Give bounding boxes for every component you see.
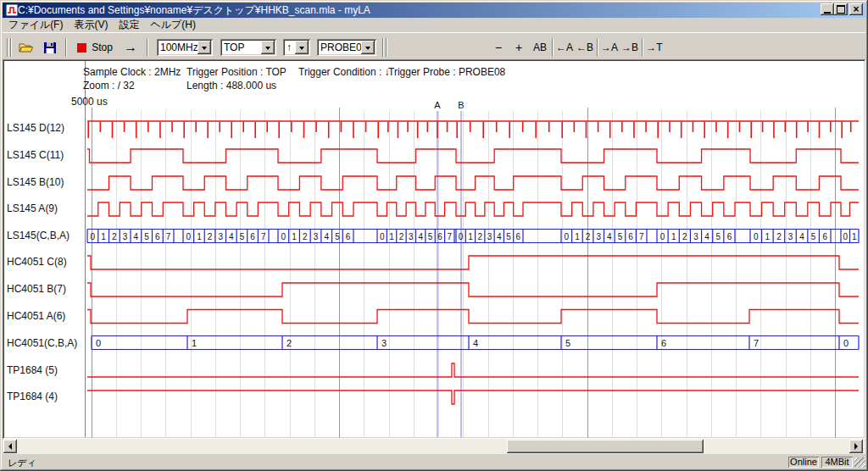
chevron-down-icon	[202, 47, 207, 53]
stop-icon	[77, 43, 86, 53]
toolbar-grip	[10, 38, 12, 57]
minimize-icon	[824, 12, 831, 14]
maximize-icon	[837, 5, 845, 14]
app-icon	[6, 4, 18, 16]
stop-button-label: Stop	[92, 42, 113, 53]
timeline-time-label: 5000 us	[71, 96, 108, 108]
label-column-divider	[85, 61, 86, 437]
resize-grip[interactable]	[854, 457, 865, 468]
info-trigger-probe: Trigger Probe : PROBE08	[388, 66, 505, 78]
dropdown-button[interactable]	[198, 41, 211, 54]
dropdown-button[interactable]	[361, 41, 375, 54]
chevron-down-icon	[265, 47, 270, 53]
folder-open-icon	[19, 42, 34, 54]
zoom-out-button[interactable]: −	[491, 37, 506, 58]
goto-trigger-button[interactable]: →T	[645, 37, 664, 58]
trigger-edge-select[interactable]: ↑	[283, 39, 310, 56]
close-button[interactable]: ×	[849, 3, 863, 15]
toolbar-separator	[552, 38, 554, 57]
cursor-a-left-button[interactable]: ←A	[555, 37, 574, 58]
menu-bar: ファイル(F) 表示(V) 設定 ヘルプ(H)	[3, 18, 865, 32]
open-button[interactable]	[16, 37, 36, 58]
info-sample-clock: Sample Clock : 2MHz	[83, 66, 181, 78]
app-window: C:¥Documents and Settings¥noname¥デスクトップ¥…	[0, 0, 868, 471]
toolbar-separator	[597, 38, 598, 57]
toolbar-separator	[642, 38, 643, 57]
menu-item-settings[interactable]: 設定	[119, 18, 139, 32]
title-bar: C:¥Documents and Settings¥noname¥デスクトップ¥…	[3, 3, 865, 18]
chevron-down-icon	[299, 47, 304, 53]
run-button[interactable]: →	[120, 37, 142, 58]
trigger-position-value: TOP	[224, 42, 244, 53]
info-trigger-condition: Trigger Condition : ↓	[298, 66, 390, 78]
dropdown-button[interactable]	[261, 41, 275, 54]
sample-clock-value: 100MHz	[160, 42, 198, 53]
cursor-b-left-button[interactable]: ←B	[576, 37, 594, 58]
arrow-right-icon	[854, 443, 861, 450]
stop-button[interactable]: Stop	[74, 37, 116, 58]
waveform-panel	[3, 59, 865, 439]
cursor-b-right-button[interactable]: →B	[620, 37, 639, 58]
floppy-disk-icon	[43, 42, 57, 54]
trigger-edge-value: ↑	[287, 42, 292, 53]
horizontal-scrollbar[interactable]	[3, 439, 865, 454]
scroll-thumb[interactable]	[507, 440, 704, 453]
maximize-button[interactable]	[834, 3, 848, 15]
toolbar: Stop → 100MHz TOP ↑ PROBE00 − + AB	[3, 32, 865, 60]
save-button[interactable]	[40, 37, 60, 58]
cursor-a-right-button[interactable]: →A	[600, 37, 619, 58]
menu-item-help[interactable]: ヘルプ(H)	[150, 18, 196, 32]
run-arrow-icon: →	[124, 40, 137, 55]
info-trigger-position: Trigger Position : TOP	[186, 66, 287, 78]
zoom-in-button[interactable]: +	[511, 37, 526, 58]
toolbar-separator	[147, 38, 148, 57]
zoom-ab-button[interactable]: AB	[530, 37, 550, 58]
trigger-position-select[interactable]: TOP	[220, 39, 276, 56]
menu-item-view[interactable]: 表示(V)	[74, 18, 108, 32]
sample-clock-select[interactable]: 100MHz	[157, 39, 213, 56]
status-memory-badge: 4MBit	[821, 457, 853, 468]
dropdown-button[interactable]	[295, 41, 309, 54]
toolbar-separator	[386, 38, 387, 57]
status-bar: レディ Online 4MBit	[3, 455, 865, 469]
chevron-down-icon	[365, 47, 370, 53]
info-zoom: Zoom : / 32	[83, 80, 135, 91]
info-length: Length : 488.000 us	[186, 80, 276, 91]
toolbar-grip	[7, 38, 8, 57]
arrow-left-icon	[5, 443, 12, 450]
trigger-probe-select[interactable]: PROBE00	[317, 39, 376, 56]
scroll-right-button[interactable]	[849, 440, 863, 453]
status-message: レディ	[8, 457, 36, 469]
window-title: C:¥Documents and Settings¥noname¥デスクトップ¥…	[18, 3, 370, 18]
toolbar-separator	[65, 38, 67, 57]
toolbar-separator	[382, 38, 384, 57]
menu-item-file[interactable]: ファイル(F)	[8, 18, 63, 32]
minimize-button[interactable]	[821, 3, 834, 15]
status-online-badge: Online	[788, 457, 819, 468]
scroll-left-button[interactable]	[3, 440, 17, 453]
close-icon: ×	[853, 5, 859, 14]
